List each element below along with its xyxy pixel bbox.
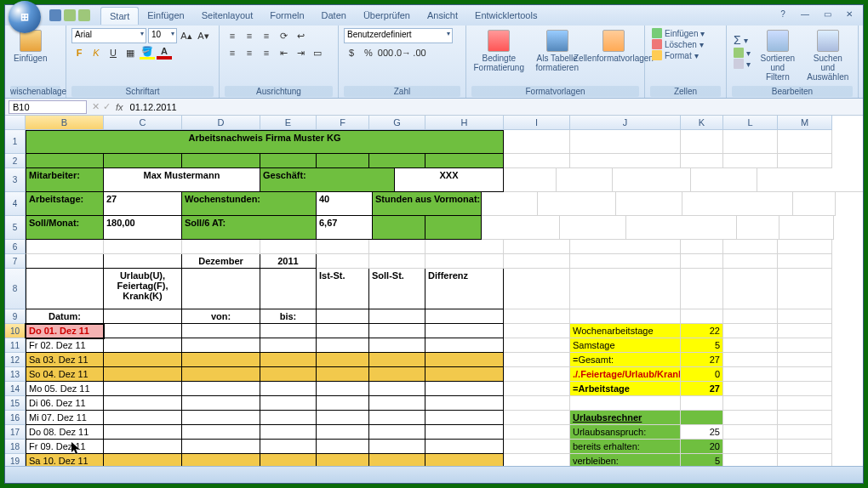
- cell[interactable]: Do 08. Dez 11: [26, 425, 104, 440]
- cell[interactable]: [369, 396, 425, 411]
- cell[interactable]: [778, 240, 832, 254]
- cell[interactable]: [369, 367, 425, 382]
- cell[interactable]: [260, 454, 317, 466]
- cell[interactable]: [104, 454, 182, 466]
- row-header[interactable]: 8: [5, 269, 26, 309]
- cell[interactable]: [425, 216, 482, 240]
- shrink-font-button[interactable]: A▾: [196, 28, 211, 43]
- cell[interactable]: [425, 367, 504, 382]
- cell[interactable]: [182, 324, 260, 338]
- cell[interactable]: [723, 324, 778, 338]
- cell[interactable]: [260, 440, 317, 454]
- cell[interactable]: [26, 240, 104, 254]
- tab-überprüfen[interactable]: Überprüfen: [355, 7, 419, 25]
- comma-button[interactable]: 000: [378, 45, 393, 60]
- cell[interactable]: [26, 254, 104, 269]
- column-header[interactable]: F: [317, 116, 369, 130]
- cell[interactable]: [723, 154, 778, 168]
- cell[interactable]: [317, 338, 369, 353]
- tab-einfügen[interactable]: Einfügen: [139, 7, 192, 25]
- cell[interactable]: [260, 240, 317, 254]
- cell[interactable]: Urlaubsrechner: [570, 411, 681, 425]
- cell[interactable]: [369, 382, 425, 396]
- cell[interactable]: [104, 367, 182, 382]
- autosum-button[interactable]: Σ ▾: [732, 33, 752, 47]
- cell[interactable]: [369, 154, 425, 168]
- cell[interactable]: [681, 154, 723, 168]
- cell[interactable]: [681, 309, 723, 324]
- cell[interactable]: Dezember: [182, 254, 260, 269]
- cell[interactable]: [182, 425, 260, 440]
- column-header[interactable]: G: [369, 116, 425, 130]
- cell[interactable]: [373, 216, 425, 240]
- cell[interactable]: [104, 338, 182, 353]
- cancel-formula-icon[interactable]: ✕: [92, 101, 100, 112]
- row-header[interactable]: 12: [5, 353, 26, 367]
- cell[interactable]: [104, 396, 182, 411]
- column-header[interactable]: I: [504, 116, 570, 130]
- paste-button[interactable]: Einfügen: [10, 28, 50, 65]
- row-header[interactable]: 5: [5, 216, 26, 240]
- row-header[interactable]: 7: [5, 254, 26, 269]
- row-header[interactable]: 4: [5, 192, 26, 216]
- cell[interactable]: [260, 269, 317, 309]
- tab-formeln[interactable]: Formeln: [261, 7, 312, 25]
- maximize-button[interactable]: ▭: [819, 9, 836, 21]
- cell[interactable]: 180,00: [104, 216, 182, 240]
- cell[interactable]: [504, 269, 570, 309]
- cell[interactable]: [317, 382, 369, 396]
- percent-button[interactable]: %: [361, 45, 376, 60]
- cell[interactable]: [104, 324, 182, 338]
- cell[interactable]: Fr 02. Dez 11: [26, 338, 104, 353]
- cell[interactable]: 20: [681, 440, 723, 454]
- font-size-combo[interactable]: 10: [148, 28, 177, 43]
- cell[interactable]: [757, 168, 863, 192]
- cell[interactable]: [104, 411, 182, 425]
- align-middle-button[interactable]: ≡: [242, 28, 257, 43]
- cell[interactable]: [504, 130, 570, 154]
- cell[interactable]: [723, 425, 778, 440]
- cell[interactable]: [317, 240, 369, 254]
- cell[interactable]: [504, 411, 570, 425]
- cell[interactable]: Max Mustermann: [104, 168, 260, 192]
- cell[interactable]: [104, 440, 182, 454]
- cell[interactable]: [182, 454, 260, 466]
- cell[interactable]: [779, 216, 834, 240]
- cell[interactable]: [104, 154, 182, 168]
- cell[interactable]: Arbeitsnachweis Firma Muster KG: [26, 130, 504, 154]
- cell[interactable]: Stunden aus Vormonat:: [373, 192, 482, 216]
- cell[interactable]: [317, 425, 369, 440]
- row-header[interactable]: 9: [5, 309, 26, 324]
- merge-button[interactable]: ▭: [310, 45, 325, 60]
- cell[interactable]: [723, 454, 778, 466]
- cell[interactable]: [538, 192, 616, 216]
- cell[interactable]: [504, 324, 570, 338]
- cell[interactable]: [778, 367, 832, 382]
- close-button[interactable]: ✕: [841, 9, 858, 21]
- row-header[interactable]: 2: [5, 154, 26, 168]
- cell[interactable]: [723, 440, 778, 454]
- cell[interactable]: [681, 240, 723, 254]
- cell[interactable]: [369, 425, 425, 440]
- cell[interactable]: [504, 154, 570, 168]
- column-header[interactable]: D: [182, 116, 260, 130]
- cell[interactable]: [778, 130, 832, 154]
- cell[interactable]: [317, 367, 369, 382]
- row-header[interactable]: 19: [5, 454, 26, 466]
- cell[interactable]: [425, 338, 504, 353]
- cell[interactable]: [182, 269, 260, 309]
- align-bottom-button[interactable]: ≡: [259, 28, 274, 43]
- column-header[interactable]: E: [260, 116, 317, 130]
- cell[interactable]: [723, 382, 778, 396]
- cell[interactable]: [317, 154, 369, 168]
- cell[interactable]: Do 01. Dez 11: [26, 324, 104, 338]
- qat-save-icon[interactable]: [49, 9, 61, 21]
- cell[interactable]: [504, 338, 570, 353]
- cell[interactable]: ./.Feiertage/Urlaub/Krank: [570, 367, 681, 382]
- cell[interactable]: 27: [104, 192, 182, 216]
- cell[interactable]: [681, 254, 723, 269]
- cell[interactable]: [723, 240, 778, 254]
- cell[interactable]: [369, 338, 425, 353]
- cell[interactable]: [793, 192, 836, 216]
- indent-inc-button[interactable]: ⇥: [293, 45, 308, 60]
